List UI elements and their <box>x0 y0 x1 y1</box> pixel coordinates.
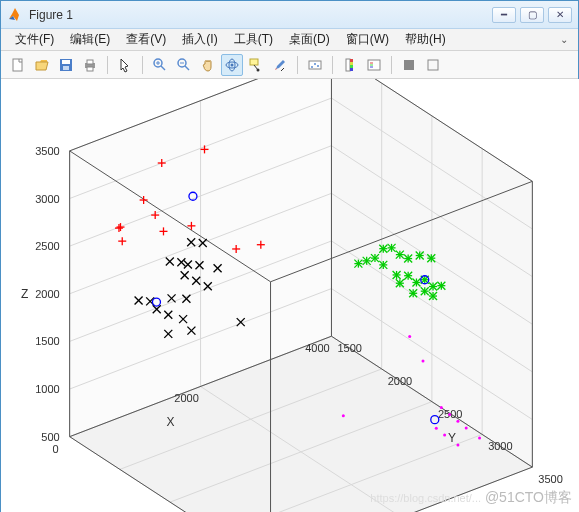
pan-button[interactable] <box>197 54 219 76</box>
svg-rect-0 <box>13 59 22 71</box>
svg-text:3500: 3500 <box>538 473 562 485</box>
svg-text:4000: 4000 <box>305 342 329 354</box>
print-icon <box>82 57 98 73</box>
menu-help[interactable]: 帮助(H) <box>397 31 454 48</box>
menu-window[interactable]: 窗口(W) <box>338 31 397 48</box>
svg-text:0: 0 <box>53 443 59 455</box>
edit-button[interactable] <box>114 54 136 76</box>
save-icon <box>58 57 74 73</box>
titlebar[interactable]: Figure 1 ━ ▢ ✕ <box>1 1 578 29</box>
svg-rect-5 <box>87 60 93 64</box>
colorbar-button[interactable] <box>339 54 361 76</box>
svg-rect-25 <box>350 59 353 62</box>
zoomout-icon <box>176 57 192 73</box>
svg-text:3500: 3500 <box>35 145 59 157</box>
matlab-icon <box>7 7 23 23</box>
svg-point-242 <box>440 406 443 409</box>
window-title: Figure 1 <box>29 8 492 22</box>
svg-rect-28 <box>350 68 353 71</box>
link-button[interactable] <box>304 54 326 76</box>
svg-text:2000: 2000 <box>174 392 198 404</box>
window-buttons: ━ ▢ ✕ <box>492 7 572 23</box>
svg-text:X: X <box>167 415 175 429</box>
pan-icon <box>200 57 216 73</box>
new-icon <box>10 57 26 73</box>
svg-text:500: 500 <box>41 431 59 443</box>
svg-rect-24 <box>346 59 350 71</box>
svg-rect-2 <box>62 60 70 64</box>
colorbar-icon <box>342 57 358 73</box>
svg-rect-3 <box>63 66 69 70</box>
svg-rect-17 <box>250 59 258 65</box>
menubar: 文件(F) 编辑(E) 查看(V) 插入(I) 工具(T) 桌面(D) 窗口(W… <box>1 29 578 51</box>
rotate-button[interactable] <box>221 54 243 76</box>
svg-point-16 <box>231 63 234 66</box>
svg-point-240 <box>408 335 411 338</box>
svg-point-23 <box>317 65 319 67</box>
zoomin-icon <box>152 57 168 73</box>
svg-point-243 <box>448 413 451 416</box>
svg-point-246 <box>478 437 481 440</box>
svg-point-22 <box>314 63 316 65</box>
svg-rect-33 <box>404 60 414 70</box>
svg-point-244 <box>456 420 459 423</box>
svg-point-245 <box>465 426 468 429</box>
link-icon <box>307 57 323 73</box>
menu-edit[interactable]: 编辑(E) <box>62 31 118 48</box>
svg-text:1500: 1500 <box>35 335 59 347</box>
menu-file[interactable]: 文件(F) <box>7 31 62 48</box>
datacursor-icon <box>248 57 264 73</box>
svg-point-241 <box>421 359 424 362</box>
brush-button[interactable] <box>269 54 291 76</box>
hideplot-icon <box>401 57 417 73</box>
axes-3d[interactable]: 0200040001500200025003000350050010001500… <box>1 79 579 512</box>
svg-line-8 <box>161 66 165 70</box>
new-button[interactable] <box>7 54 29 76</box>
showplot-button[interactable] <box>422 54 444 76</box>
rotate-icon <box>224 57 240 73</box>
svg-point-249 <box>456 443 459 446</box>
svg-line-12 <box>185 66 189 70</box>
svg-text:2500: 2500 <box>35 240 59 252</box>
datacursor-button[interactable] <box>245 54 267 76</box>
svg-point-247 <box>435 427 438 430</box>
showplot-icon <box>425 57 441 73</box>
maximize-button[interactable]: ▢ <box>520 7 544 23</box>
menu-view[interactable]: 查看(V) <box>118 31 174 48</box>
svg-rect-6 <box>87 67 93 71</box>
svg-text:Y: Y <box>448 431 456 445</box>
svg-text:2000: 2000 <box>35 288 59 300</box>
svg-text:1500: 1500 <box>337 342 361 354</box>
svg-text:2000: 2000 <box>388 375 412 387</box>
svg-rect-34 <box>428 60 438 70</box>
legend-button[interactable] <box>363 54 385 76</box>
svg-point-19 <box>257 68 260 71</box>
minimize-button[interactable]: ━ <box>492 7 516 23</box>
svg-point-250 <box>342 414 345 417</box>
open-button[interactable] <box>31 54 53 76</box>
toolbar <box>1 51 578 79</box>
svg-text:3000: 3000 <box>488 440 512 452</box>
figure-window: Figure 1 ━ ▢ ✕ 文件(F) 编辑(E) 查看(V) 插入(I) 工… <box>0 0 579 512</box>
svg-rect-29 <box>368 60 380 70</box>
zoomin-button[interactable] <box>149 54 171 76</box>
menu-insert[interactable]: 插入(I) <box>174 31 225 48</box>
save-button[interactable] <box>55 54 77 76</box>
svg-point-21 <box>311 66 313 68</box>
svg-rect-26 <box>350 62 353 65</box>
print-button[interactable] <box>79 54 101 76</box>
zoomout-button[interactable] <box>173 54 195 76</box>
legend-icon <box>366 57 382 73</box>
pointer-icon <box>117 57 133 73</box>
svg-text:Z: Z <box>21 287 28 301</box>
svg-text:3000: 3000 <box>35 193 59 205</box>
brush-icon <box>272 57 288 73</box>
hideplot-button[interactable] <box>398 54 420 76</box>
close-button[interactable]: ✕ <box>548 7 572 23</box>
menu-desktop[interactable]: 桌面(D) <box>281 31 338 48</box>
svg-point-248 <box>443 433 446 436</box>
svg-rect-27 <box>350 65 353 68</box>
menu-tools[interactable]: 工具(T) <box>226 31 281 48</box>
svg-text:1000: 1000 <box>35 383 59 395</box>
menu-chevron-icon[interactable]: ⌄ <box>556 34 572 45</box>
